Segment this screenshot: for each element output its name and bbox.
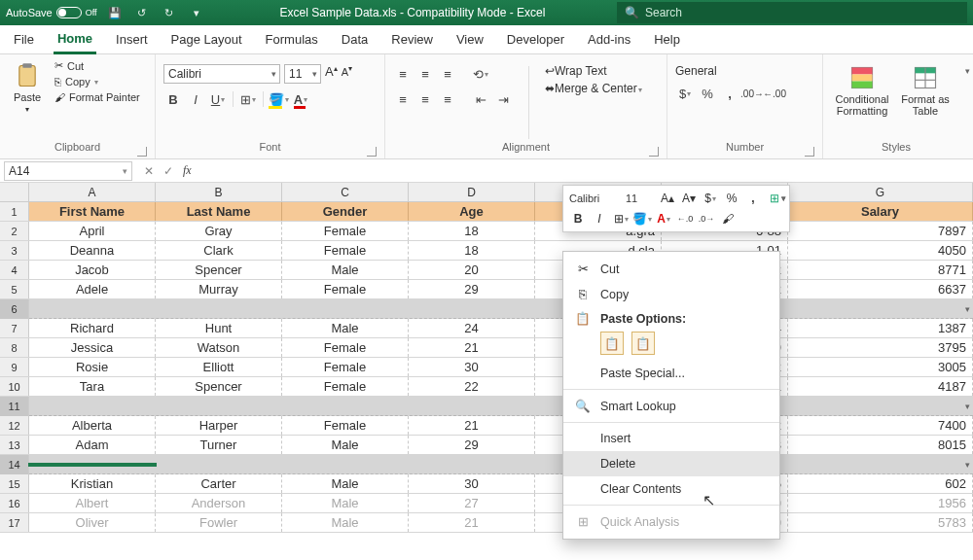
search-box[interactable]: 🔍 Search: [617, 2, 967, 23]
row-header[interactable]: 2: [0, 222, 29, 240]
tab-insert[interactable]: Insert: [112, 26, 152, 52]
cell[interactable]: 21: [409, 416, 535, 435]
bold-icon[interactable]: B: [163, 89, 183, 109]
cell[interactable]: Gray: [156, 222, 282, 240]
row-header[interactable]: 5: [0, 280, 29, 298]
row-header[interactable]: 13: [0, 436, 29, 454]
redo-icon[interactable]: ↻: [160, 3, 179, 22]
mini-size-select[interactable]: 11: [626, 190, 655, 207]
cell[interactable]: Hunt: [156, 319, 282, 337]
mini-currency-icon[interactable]: $: [702, 190, 719, 207]
merge-center-button[interactable]: ⬌Merge & Center: [545, 82, 642, 95]
cell[interactable]: 27: [409, 494, 535, 512]
decrease-indent-icon[interactable]: ⇤: [471, 89, 490, 109]
cell[interactable]: Rosie: [29, 358, 156, 376]
align-right-icon[interactable]: ≡: [438, 89, 457, 109]
column-header-b[interactable]: B: [156, 183, 282, 201]
mini-italic-icon[interactable]: I: [591, 210, 608, 228]
cell[interactable]: 30: [409, 474, 535, 493]
cell[interactable]: Tara: [29, 377, 156, 396]
column-header-g[interactable]: G: [788, 183, 973, 201]
name-box[interactable]: A14▾: [4, 161, 132, 181]
menu-delete[interactable]: Delete: [563, 451, 779, 476]
cell[interactable]: 30: [409, 358, 535, 376]
cell[interactable]: Female: [282, 338, 409, 357]
tab-add-ins[interactable]: Add-ins: [584, 26, 634, 52]
table-row[interactable]: 4JacobSpencerMale20j.spen9-928771: [0, 261, 973, 280]
cell[interactable]: Male: [282, 494, 409, 512]
autosave-toggle[interactable]: AutoSave Off: [6, 7, 97, 18]
cell[interactable]: 5783: [788, 513, 973, 532]
paste-values-icon[interactable]: 📋: [631, 332, 655, 355]
table-row[interactable]: 16AlbertAndersonMale27a.ander4-301956: [0, 494, 973, 513]
cancel-icon[interactable]: ✕: [144, 164, 154, 178]
cell[interactable]: 22: [409, 377, 535, 396]
tab-developer[interactable]: Developer: [503, 26, 568, 52]
cell[interactable]: Richard: [29, 319, 156, 337]
row-header[interactable]: 11: [0, 397, 29, 416]
cell[interactable]: 6637: [788, 280, 973, 298]
cell[interactable]: April: [29, 222, 156, 240]
customize-qat-icon[interactable]: ▾: [187, 3, 206, 22]
cut-button[interactable]: ✂Cut: [53, 58, 142, 73]
mini-percent-icon[interactable]: %: [723, 190, 740, 207]
borders-icon[interactable]: ⊞: [238, 89, 258, 109]
cell[interactable]: Male: [282, 513, 409, 532]
cell[interactable]: Female: [282, 222, 409, 240]
conditional-formatting-button[interactable]: Conditional Formatting: [831, 60, 893, 117]
font-name-select[interactable]: Calibri: [163, 64, 280, 84]
cell[interactable]: Elliott: [156, 358, 282, 376]
table-row[interactable]: 3DeannaClarkFemale18d.cla1-014050: [0, 241, 973, 261]
cell[interactable]: 4050: [788, 241, 973, 260]
cell[interactable]: Female: [282, 241, 409, 260]
cell[interactable]: 7897: [788, 222, 973, 240]
cell[interactable]: Harper: [156, 416, 282, 435]
cell[interactable]: Male: [282, 436, 409, 454]
cell[interactable]: Oliver: [29, 513, 156, 532]
paste-keep-source-icon[interactable]: 📋: [600, 332, 624, 355]
tab-view[interactable]: View: [452, 26, 487, 52]
table-header[interactable]: Gender: [282, 202, 409, 221]
mini-decrease-decimal-icon[interactable]: ←.0: [676, 210, 694, 228]
cell[interactable]: 3795: [788, 338, 973, 357]
tab-formulas[interactable]: Formulas: [262, 26, 322, 52]
menu-paste-special[interactable]: Paste Special...: [563, 361, 779, 386]
decrease-font-icon[interactable]: A▾: [342, 64, 352, 84]
cell[interactable]: Male: [282, 319, 409, 337]
menu-clear-contents[interactable]: Clear Contents: [563, 476, 779, 502]
cell[interactable]: Kristian: [29, 474, 156, 493]
table-row[interactable]: 15KristianCarterMale30k.cart4-55602: [0, 474, 973, 494]
align-bottom-icon[interactable]: ≡: [438, 64, 457, 84]
cell[interactable]: 1956: [788, 494, 973, 512]
mini-increase-font-icon[interactable]: A▴: [659, 190, 676, 207]
table-header[interactable]: Age: [409, 202, 535, 221]
comma-icon[interactable]: ,: [720, 84, 739, 103]
cell[interactable]: 29: [409, 280, 535, 298]
cell[interactable]: Clark: [156, 241, 282, 260]
paste-button[interactable]: Paste ▾: [8, 58, 47, 114]
cell[interactable]: 8015: [788, 436, 973, 454]
menu-cut[interactable]: ✂Cut: [563, 256, 779, 282]
row-header[interactable]: 10: [0, 377, 29, 396]
cell[interactable]: Albert: [29, 494, 156, 512]
menu-insert[interactable]: Insert: [563, 426, 779, 451]
cell[interactable]: Male: [282, 261, 409, 279]
cell[interactable]: 18: [409, 222, 535, 240]
table-row[interactable]: 11: [0, 397, 973, 416]
mini-font-select[interactable]: Calibri: [569, 190, 622, 207]
cell[interactable]: Deanna: [29, 241, 156, 260]
mini-decrease-font-icon[interactable]: A▾: [680, 190, 698, 207]
select-all-corner[interactable]: [0, 183, 29, 201]
increase-font-icon[interactable]: A▴: [325, 64, 338, 84]
increase-decimal-icon[interactable]: .00→: [742, 84, 762, 103]
column-header-c[interactable]: C: [282, 183, 409, 201]
cell[interactable]: 4187: [788, 377, 973, 396]
mini-format-painter-icon[interactable]: 🖌: [719, 210, 737, 228]
row-header[interactable]: 17: [0, 513, 29, 532]
mini-increase-decimal-icon[interactable]: .0→: [698, 210, 715, 228]
cell[interactable]: 8771: [788, 261, 973, 279]
table-header[interactable]: First Name: [29, 202, 156, 221]
cell[interactable]: Carter: [156, 474, 282, 493]
enter-icon[interactable]: ✓: [163, 164, 173, 178]
cell[interactable]: Female: [282, 280, 409, 298]
